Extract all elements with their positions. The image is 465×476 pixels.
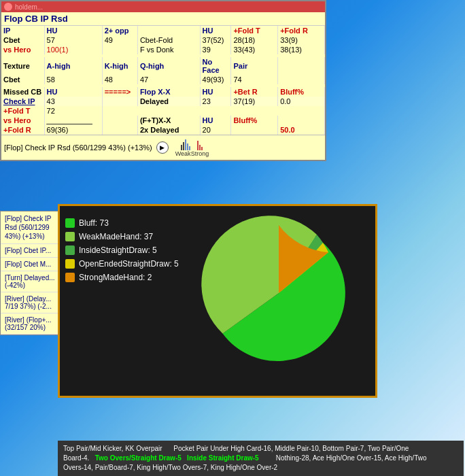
cbet-row: Cbet 57 49 Cbet-Fold 37(52) 28(18) 33(9) [1,35,325,45]
legend-bluff: Bluff: 73 [65,218,187,228]
strong-label: Strong [191,150,209,157]
info-pocket-pair: Pocket Pair Under High Card-16, Middle P… [173,445,409,452]
pie-container: Bluff: 73 WeakMadeHand: 37 InsideStraigh… [65,211,370,375]
tick7 [199,145,201,150]
tick6 [197,141,199,150]
pie-chart-window: Bluff: 73 WeakMadeHand: 37 InsideStraigh… [58,204,377,398]
col-ip: IP [1,26,44,35]
stats-table: IP HU 2+ opp HU +Fold T +Fold R Cbet 57 … [1,26,325,135]
vs-hero-label: vs Hero [1,45,44,54]
cbet-hu-val: 57 [44,35,102,45]
cbet-fold-val: 37(52) [200,35,231,45]
info-overs: Overs-14, Pair/Board-7, King High/Two Ov… [63,464,277,471]
main-stats-window: holdem... Flop CB IP Rsd IP HU 2+ opp HU… [0,0,326,161]
texture-spacer [278,57,325,75]
strong-made-label: StrongMadeHand: 2 [79,273,152,282]
fold-r-spacer [102,125,137,135]
cbet-opp2-val: 49 [102,35,137,45]
bluff-val: 0.0 [278,97,325,106]
fold-t-val2: 33(43) [231,45,278,54]
col-fold-r: +Fold R [278,26,325,35]
col-fold-t: +Fold T [231,26,278,35]
vs-hero-spacer [102,45,137,54]
info-line2: Board-4. Two Overs/Straight Draw-5 Insid… [63,454,458,463]
bluff-color [65,218,75,228]
f-vs-donk-label: F vs Donk [137,45,200,54]
pair-label: Pair [231,57,278,75]
legend-open-ended: OpenEndedStraightDraw: 5 [65,259,187,269]
col-hu: HU [44,26,102,35]
info-top-pair: Top Pair/Mid Kicker, KK Overpair [63,445,172,452]
play-button[interactable]: ▶ [156,141,169,154]
tick4 [187,143,188,150]
two-x-delayed-label: 2x Delayed [137,125,200,135]
missed-cb-label: Missed CB [1,87,44,97]
k-high-val: 48 [102,75,137,84]
address-text: holdem... [15,3,43,11]
weak-made-label: WeakMadeHand: 37 [79,232,153,241]
missed-hu-label: HU [44,87,102,97]
vs-hero2-line: ___________ [44,116,102,125]
texture-header-row: Texture A-high K-high Q-high No Face Pai… [1,57,325,75]
info-board: Board-4. [63,454,93,462]
sidebar-link-river-flop[interactable]: [River] (Flop+...(32/157 20%) [1,313,61,335]
a-high-val: 58 [44,75,102,84]
strong-made-color [65,273,75,282]
cbet-label: Cbet [1,35,44,45]
fold-t-row: +Fold T 72 [1,106,325,116]
inside-straight-color [65,245,75,255]
title-bar: holdem... [1,1,325,12]
delayed-val: 23 [200,97,231,106]
bluff-pct-label: Bluff% [278,87,325,97]
info-line3: Overs-14, Pair/Board-7, King High/Two Ov… [63,463,458,473]
two-x-val: 20 [200,125,231,135]
no-face-label: No Face [200,57,231,75]
a-high-label: A-high [44,57,102,75]
vs-hero2-row: vs Hero ___________ (F+T)X-X HU Bluff% [1,116,325,125]
sidebar-link-check-ip[interactable]: [Flop] Check IP Rsd (560/1299 43%) (+13%… [1,211,61,244]
title-icon [4,3,12,11]
missed-cb-header-row: Missed CB HU =====> Flop X-X HU +Bet R B… [1,87,325,97]
bet-r-val: 37(19) [231,97,278,106]
sidebar-links: [Flop] Check IP Rsd (560/1299 43%) (+13%… [0,211,61,335]
weak-made-color [65,232,75,241]
flop-hu-label: HU [200,87,231,97]
cbet-texture-spacer [278,75,325,84]
pair-val: 74 [231,75,278,84]
cbet-texture-row: Cbet 58 48 47 49(93) 74 [1,75,325,84]
ft-xx-label: (F+T)X-X [137,116,200,125]
fold-r-row: +Fold R 69(36) 2x Delayed 20 50.0 [1,125,325,135]
vs-hero-row: vs Hero 100(1) F vs Donk 39 33(43) 38(13… [1,45,325,54]
cbet-texture-label: Cbet [1,75,44,84]
inside-straight-label: InsideStraightDraw: 5 [79,245,157,255]
cbet-fold-label: Cbet-Fold [137,35,200,45]
weak-label: Weak [175,150,191,157]
f-vs-donk-val: 39 [200,45,231,54]
strength-labels: Weak Strong [175,150,209,157]
ft-xx-hu: HU [200,116,231,125]
section-header: Flop CB IP Rsd [1,12,325,26]
fold-r-spacer2 [231,125,278,135]
no-face-val: 49(93) [200,75,231,84]
info-inside-draw: Inside Straight Draw-5 [187,454,274,462]
sidebar-link-cbet-m[interactable]: [Flop] Cbet M... [1,258,61,271]
fold-r-val1: 33(9) [278,35,325,45]
sidebar-link-turn-delayed[interactable]: [Turn] Delayed...(-42%) [1,271,61,292]
pie-legend: Bluff: 73 WeakMadeHand: 37 InsideStraigh… [65,211,187,286]
flop-xx-label: Flop X-X [137,87,200,97]
tick1 [181,145,182,150]
vs-hero2-label: vs Hero [1,116,44,125]
bluff-label: Bluff: 73 [79,218,109,228]
delayed-label: Delayed [137,97,200,106]
check-ip-label[interactable]: Check IP [1,97,44,106]
fold-t-label: +Fold T [1,106,44,116]
fold-t-val1: 28(18) [231,35,278,45]
info-line1: Top Pair/Mid Kicker, KK Overpair Pocket … [63,444,458,454]
col-hu2: HU [200,26,231,35]
sidebar-link-cbet-ip[interactable]: [Flop] Cbet IP... [1,244,61,258]
check-ip-spacer [102,97,137,106]
sidebar-link-river-delay[interactable]: [River] (Delay...7/19 37%) (-2... [1,292,61,313]
col-spacer [137,26,200,35]
arrow-label: =====> [102,87,137,97]
k-high-label: K-high [102,57,137,75]
